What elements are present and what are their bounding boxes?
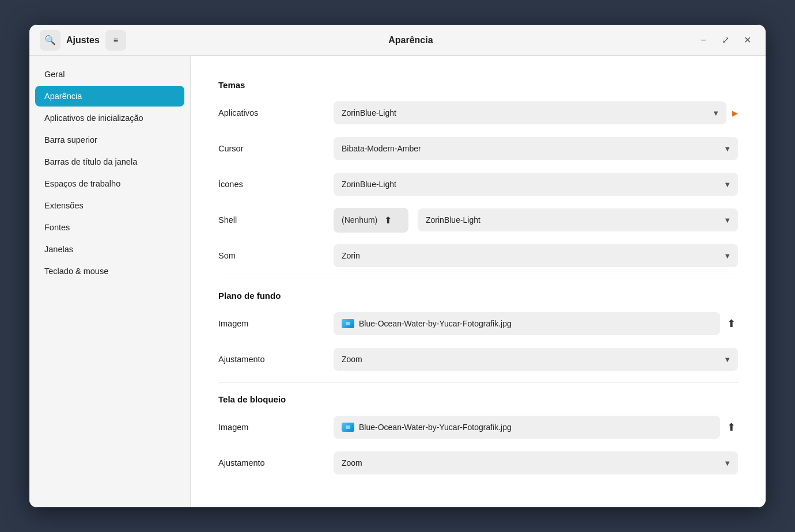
minimize-button[interactable]: −	[695, 32, 711, 48]
image-icon-inner	[346, 322, 350, 325]
dropdown-aplicativos[interactable]: ZorinBlue-Light	[334, 101, 726, 124]
sidebar-item-barra-superior[interactable]: Barra superior	[35, 130, 184, 150]
label-ajustamento-fundo: Ajustamento	[218, 355, 334, 364]
label-ajustamento-bloqueio: Ajustamento	[218, 458, 334, 468]
sidebar-item-espacos-trabalho[interactable]: Espaços de trabalho	[35, 173, 184, 194]
plano-fundo-section: Plano de fundo Imagem Blue-Ocean-Water-b…	[218, 291, 738, 372]
menu-button[interactable]: ≡	[105, 30, 126, 51]
dropdown-ajustamento-bloqueio-wrapper: Zoom ▼	[334, 451, 738, 474]
label-imagem-bloqueio: Imagem	[218, 423, 334, 432]
image-icon-inner-bloqueio	[346, 425, 350, 429]
image-filename-fundo: Blue-Ocean-Water-by-Yucar-Fotografik.jpg	[359, 319, 512, 328]
sidebar-item-janelas[interactable]: Janelas	[35, 239, 184, 260]
shell-badge-text: (Nenhum)	[342, 215, 377, 225]
image-picker-fundo[interactable]: Blue-Ocean-Water-by-Yucar-Fotografik.jpg	[334, 312, 720, 335]
control-som: Zorin ▼	[334, 244, 738, 267]
dropdown-som[interactable]: Zorin	[334, 244, 738, 267]
control-imagem-fundo: Blue-Ocean-Water-by-Yucar-Fotografik.jpg…	[334, 312, 738, 335]
temas-section: Temas Aplicativos ZorinBlue-Light ▼ ▶	[218, 80, 738, 268]
label-shell: Shell	[218, 215, 334, 225]
close-button[interactable]: ✕	[739, 32, 755, 48]
dropdown-ajustamento-fundo[interactable]: Zoom	[334, 348, 738, 371]
control-shell: (Nenhum) ⬆ ZorinBlue-Light ▼	[334, 208, 738, 233]
menu-icon: ≡	[113, 36, 118, 45]
app-name: Ajustes	[66, 35, 100, 45]
control-imagem-bloqueio: Blue-Ocean-Water-by-Yucar-Fotografik.jpg…	[334, 416, 738, 439]
maximize-button[interactable]: ⤢	[717, 32, 733, 48]
control-icones: ZorinBlue-Light ▼	[334, 173, 738, 196]
window-title: Aparência	[126, 35, 695, 45]
sidebar: Geral Aparência Aplicativos de inicializ…	[29, 56, 191, 507]
cursor-arrow-icon: ▶	[732, 109, 738, 117]
content-area: Geral Aparência Aplicativos de inicializ…	[29, 56, 766, 507]
control-cursor: Bibata-Modern-Amber ▼	[334, 137, 738, 160]
dropdown-shell-wrapper: ZorinBlue-Light ▼	[418, 208, 738, 231]
sidebar-item-fontes[interactable]: Fontes	[35, 217, 184, 238]
app-window: 🔍 Ajustes ≡ Aparência − ⤢ ✕ Geral Aparên…	[29, 24, 766, 508]
label-imagem-fundo: Imagem	[218, 319, 334, 328]
sidebar-item-barras-titulo[interactable]: Barras de título da janela	[35, 151, 184, 172]
image-filename-bloqueio: Blue-Ocean-Water-by-Yucar-Fotografik.jpg	[359, 423, 512, 432]
label-som: Som	[218, 251, 334, 260]
main-content: Temas Aplicativos ZorinBlue-Light ▼ ▶	[191, 56, 766, 507]
window-controls: − ⤢ ✕	[695, 32, 755, 48]
plano-fundo-title: Plano de fundo	[218, 291, 738, 301]
search-icon: 🔍	[44, 35, 56, 45]
image-upload-button-fundo[interactable]: ⬆	[725, 315, 738, 332]
sidebar-item-aplicativos-inicializacao[interactable]: Aplicativos de inicialização	[35, 108, 184, 128]
row-shell: Shell (Nenhum) ⬆ ZorinBlue-Light ▼	[218, 207, 738, 233]
label-aplicativos: Aplicativos	[218, 108, 334, 117]
dropdown-shell[interactable]: ZorinBlue-Light	[418, 208, 738, 231]
row-imagem-fundo: Imagem Blue-Ocean-Water-by-Yucar-Fotogra…	[218, 311, 738, 336]
label-cursor: Cursor	[218, 144, 334, 153]
divider-1	[218, 279, 738, 279]
dropdown-cursor[interactable]: Bibata-Modern-Amber	[334, 137, 738, 160]
image-thumbnail-icon-bloqueio	[342, 423, 354, 432]
tela-bloqueio-title: Tela de bloqueio	[218, 394, 738, 404]
row-ajustamento-fundo: Ajustamento Zoom ▼	[218, 347, 738, 372]
row-cursor: Cursor Bibata-Modern-Amber ▼	[218, 136, 738, 161]
image-thumbnail-icon	[342, 319, 354, 328]
titlebar-left: 🔍 Ajustes ≡	[40, 30, 126, 51]
dropdown-icones[interactable]: ZorinBlue-Light	[334, 173, 738, 196]
titlebar: 🔍 Ajustes ≡ Aparência − ⤢ ✕	[29, 25, 766, 56]
sidebar-item-extensoes[interactable]: Extensões	[35, 195, 184, 216]
dropdown-som-wrapper: Zorin ▼	[334, 244, 738, 267]
label-icones: Ícones	[218, 180, 334, 189]
dropdown-ajustamento-bloqueio[interactable]: Zoom	[334, 451, 738, 474]
row-ajustamento-bloqueio: Ajustamento Zoom ▼	[218, 450, 738, 476]
shell-badge: (Nenhum) ⬆	[334, 208, 408, 233]
search-button[interactable]: 🔍	[40, 30, 60, 51]
control-ajustamento-fundo: Zoom ▼	[334, 348, 738, 371]
temas-title: Temas	[218, 80, 738, 90]
dropdown-icones-wrapper: ZorinBlue-Light ▼	[334, 173, 738, 196]
sidebar-item-geral[interactable]: Geral	[35, 64, 184, 85]
row-aplicativos: Aplicativos ZorinBlue-Light ▼ ▶	[218, 100, 738, 126]
tela-bloqueio-section: Tela de bloqueio Imagem Blue-Ocean-Water…	[218, 394, 738, 476]
row-imagem-bloqueio: Imagem Blue-Ocean-Water-by-Yucar-Fotogra…	[218, 415, 738, 440]
sidebar-item-aparencia[interactable]: Aparência	[35, 86, 184, 107]
control-aplicativos: ZorinBlue-Light ▼ ▶	[334, 101, 738, 124]
image-picker-bloqueio[interactable]: Blue-Ocean-Water-by-Yucar-Fotografik.jpg	[334, 416, 720, 439]
dropdown-cursor-wrapper: Bibata-Modern-Amber ▼	[334, 137, 738, 160]
divider-2	[218, 382, 738, 383]
shell-upload-button[interactable]: ⬆	[382, 212, 394, 228]
dropdown-aplicativos-wrapper: ZorinBlue-Light ▼	[334, 101, 726, 124]
row-icones: Ícones ZorinBlue-Light ▼	[218, 172, 738, 197]
control-ajustamento-bloqueio: Zoom ▼	[334, 451, 738, 474]
row-som: Som Zorin ▼	[218, 243, 738, 268]
dropdown-ajustamento-fundo-wrapper: Zoom ▼	[334, 348, 738, 371]
image-upload-button-bloqueio[interactable]: ⬆	[725, 419, 738, 436]
sidebar-item-teclado-mouse[interactable]: Teclado & mouse	[35, 261, 184, 282]
